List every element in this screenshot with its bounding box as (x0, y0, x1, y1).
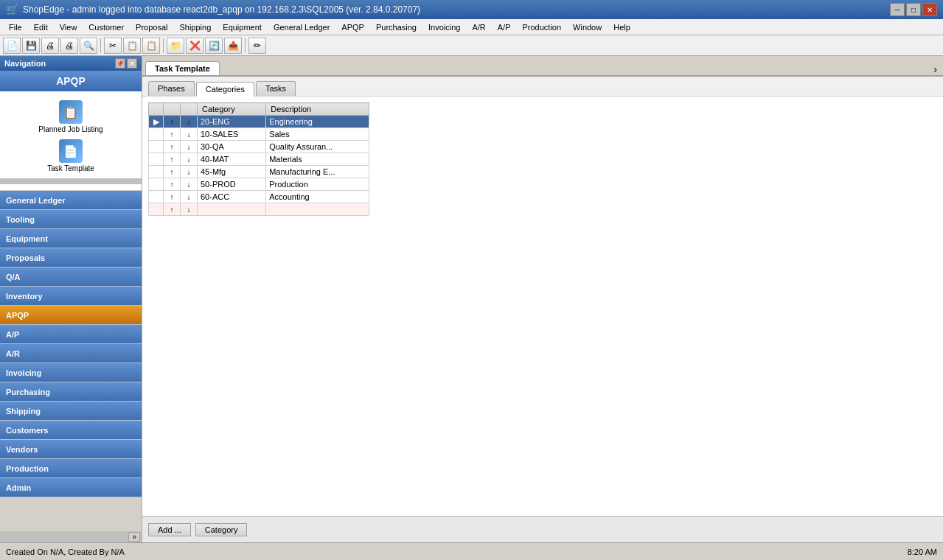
table-row[interactable]: ↑↓50-PRODProduction (149, 178, 369, 191)
row-down-button[interactable]: ↓ (184, 179, 194, 189)
outer-tab-task-template[interactable]: Task Template (145, 61, 220, 75)
sidebar-item-admin[interactable]: Admin (0, 478, 142, 497)
outer-tab-bar: Task Template › (142, 56, 943, 77)
sidebar-item-apqp[interactable]: APQP (0, 306, 142, 325)
sidebar-item-ar[interactable]: A/R (0, 344, 142, 363)
main-layout: Navigation 📌 ✕ APQP 📋 Planned Job Listin… (0, 56, 943, 542)
menu-item-view[interactable]: View (54, 19, 83, 35)
row-category: 40-MAT (198, 153, 266, 166)
row-down-button[interactable]: ↓ (184, 154, 194, 164)
toolbar-export[interactable]: 📤 (224, 38, 242, 54)
row-down-button[interactable]: ↓ (184, 167, 194, 177)
toolbar-search[interactable]: 🔍 (80, 38, 97, 54)
toolbar-print2[interactable]: 🖨 (60, 38, 78, 54)
table-row[interactable]: ↑↓40-MATMaterials (149, 153, 369, 166)
sidebar-item-vendors[interactable]: Vendors (0, 440, 142, 459)
table-row[interactable]: ↑↓30-QAQuality Assuran... (149, 141, 369, 153)
inner-content: Phases Categories Tasks (142, 77, 943, 542)
sidebar-item-shipping[interactable]: Shipping (0, 402, 142, 421)
sidebar-item-equipment[interactable]: Equipment (0, 229, 142, 248)
menu-item-invoicing[interactable]: Invoicing (422, 19, 466, 35)
menu-item-ap[interactable]: A/P (492, 19, 517, 35)
row-up-button[interactable]: ↑ (167, 179, 177, 189)
row-description: Accounting (266, 191, 369, 203)
close-button[interactable]: ✕ (922, 3, 937, 16)
menu-item-apqp[interactable]: APQP (335, 19, 370, 35)
toolbar-copy[interactable]: 📋 (123, 38, 141, 54)
toolbar-refresh[interactable]: 🔄 (205, 38, 223, 54)
table-row[interactable]: ↑↓45-MfgManufacturing E... (149, 166, 369, 178)
toolbar-save[interactable]: 💾 (22, 38, 40, 54)
row-up-button[interactable]: ↑ (167, 154, 177, 164)
toolbar-open[interactable]: 📁 (167, 38, 184, 54)
row-up-button[interactable]: ↑ (167, 116, 177, 127)
sidebar-item-proposals[interactable]: Proposals (0, 248, 142, 267)
toolbar-print1[interactable]: 🖨 (41, 38, 59, 54)
category-button[interactable]: Category (195, 523, 248, 536)
sidebar-item-ap[interactable]: A/P (0, 325, 142, 344)
row-indicator (149, 141, 164, 153)
menu-item-help[interactable]: Help (608, 19, 636, 35)
menu-item-file[interactable]: File (3, 19, 28, 35)
menu-item-edit[interactable]: Edit (28, 19, 54, 35)
sidebar-item-production[interactable]: Production (0, 459, 142, 478)
menu-item-customer[interactable]: Customer (83, 19, 130, 35)
row-up-button[interactable]: ↑ (167, 141, 177, 152)
restore-button[interactable]: □ (906, 3, 921, 16)
sidebar-item-inventory[interactable]: Inventory (0, 287, 142, 306)
sidebar-item-customers[interactable]: Customers (0, 421, 142, 440)
row-up-button[interactable]: ↑ (167, 129, 177, 139)
menu-item-production[interactable]: Production (516, 19, 567, 35)
row-down-button[interactable]: ↓ (184, 116, 194, 127)
tab-scroll-right[interactable]: › (930, 63, 940, 75)
sidebar-expand-button[interactable]: » (128, 532, 140, 542)
menu-item-purchasing[interactable]: Purchasing (370, 19, 422, 35)
row-down-button[interactable]: ↓ (184, 129, 194, 139)
toolbar-sep2 (163, 38, 164, 53)
row-down-button[interactable]: ↓ (184, 192, 194, 202)
planned-job-icon: 📋 (59, 100, 83, 124)
add-button[interactable]: Add ... (148, 523, 191, 536)
row-down-button[interactable]: ↓ (184, 141, 194, 152)
row-down-button[interactable]: ↓ (184, 204, 194, 214)
sidebar-close-button[interactable]: ✕ (127, 58, 137, 69)
toolbar-sep1 (100, 38, 101, 53)
sidebar-resize-handle[interactable] (0, 178, 142, 184)
toolbar-edit[interactable]: ✏ (248, 38, 266, 54)
col-header-category: Category (198, 103, 266, 116)
sidebar-icon-planned-job[interactable]: 📋 Planned Job Listing (38, 100, 102, 133)
row-indicator: ▶ (149, 116, 164, 128)
menu-item-shipping[interactable]: Shipping (173, 19, 217, 35)
row-up-button[interactable]: ↑ (167, 167, 177, 177)
menu-item-ar[interactable]: A/R (466, 19, 491, 35)
tab-tasks[interactable]: Tasks (256, 81, 296, 96)
table-row[interactable]: ↑↓10-SALESSales (149, 128, 369, 141)
app-logo: 🛒 (6, 4, 18, 15)
menu-item-generalledger[interactable]: General Ledger (268, 19, 335, 35)
row-up-button[interactable]: ↑ (167, 204, 177, 214)
sidebar-item-qa[interactable]: Q/A (0, 267, 142, 287)
row-up-button[interactable]: ↑ (167, 192, 177, 202)
sidebar-item-generalledger[interactable]: General Ledger (0, 191, 142, 210)
sidebar-item-tooling[interactable]: Tooling (0, 210, 142, 229)
minimize-button[interactable]: ─ (890, 3, 905, 16)
sidebar-item-invoicing[interactable]: Invoicing (0, 363, 142, 382)
tab-phases[interactable]: Phases (148, 81, 195, 96)
toolbar-paste[interactable]: 📋 (142, 38, 160, 54)
menu-item-equipment[interactable]: Equipment (217, 19, 268, 35)
toolbar-cut[interactable]: ✂ (104, 38, 122, 54)
row-indicator (149, 178, 164, 191)
toolbar-new[interactable]: 📄 (3, 38, 21, 54)
row-indicator (149, 128, 164, 141)
row-category: 50-PROD (198, 178, 266, 191)
tab-categories[interactable]: Categories (196, 82, 254, 97)
toolbar-delete[interactable]: ❌ (186, 38, 203, 54)
sidebar-item-purchasing[interactable]: Purchasing (0, 382, 142, 402)
table-row[interactable]: ↑↓ (149, 203, 369, 216)
sidebar-pin-button[interactable]: 📌 (115, 58, 125, 69)
menu-item-window[interactable]: Window (567, 19, 608, 35)
table-row[interactable]: ▶↑↓20-ENGEngineering (149, 116, 369, 128)
menu-item-proposal[interactable]: Proposal (130, 19, 173, 35)
sidebar-icon-task-template[interactable]: 📄 Task Template (47, 139, 94, 172)
table-row[interactable]: ↑↓60-ACCAccounting (149, 191, 369, 203)
